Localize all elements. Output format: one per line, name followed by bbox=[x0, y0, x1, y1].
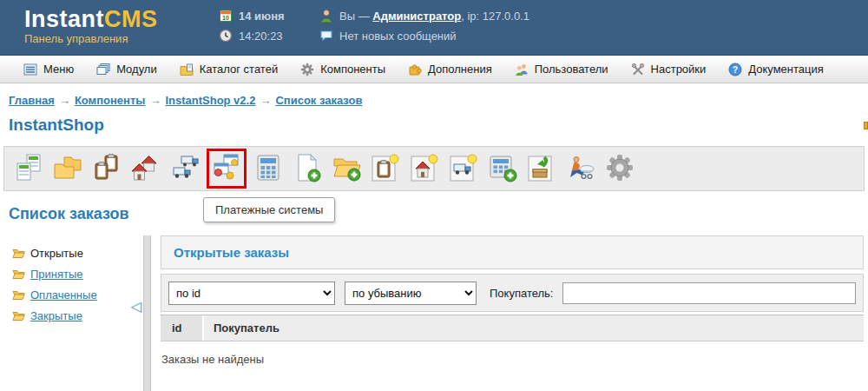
orders-table-header: id Покупатель bbox=[161, 315, 864, 341]
content-area: Открытые Принятые Оплаченные Закрытые ◁ … bbox=[0, 235, 868, 391]
folder-add-icon bbox=[331, 152, 362, 186]
go-to-shop-button[interactable] bbox=[563, 151, 598, 186]
payment-systems-icon bbox=[211, 152, 242, 186]
tools-icon bbox=[631, 63, 645, 76]
panel-toggle-icon[interactable] bbox=[864, 122, 868, 129]
messages-status[interactable]: Нет новых сообщений bbox=[339, 30, 457, 43]
sort-field-select[interactable]: по id bbox=[168, 282, 335, 305]
buyer-filter-label: Покупатель: bbox=[490, 287, 553, 300]
order-statuses-button[interactable] bbox=[89, 151, 124, 186]
delivery-button[interactable] bbox=[168, 151, 202, 186]
sidebar-item-accepted: Принятые bbox=[12, 263, 143, 284]
user-status: Вы — Администратор, ip: 127.0.0.1 bbox=[339, 10, 529, 23]
toolbar-tooltip: Платежные системы bbox=[203, 197, 335, 222]
calendar-icon: 10 bbox=[219, 9, 233, 23]
payment-systems-button[interactable] bbox=[209, 151, 244, 186]
menu-item-components[interactable]: Компоненты bbox=[289, 56, 397, 83]
menu-list-icon bbox=[23, 63, 37, 76]
breadcrumb-instantshop[interactable]: InstantShop v2.2 bbox=[165, 94, 255, 107]
breadcrumb-orders-list[interactable]: Список заказов bbox=[275, 94, 362, 107]
menu-item-catalog[interactable]: Каталог статей bbox=[168, 56, 289, 83]
current-time: 14:20:23 bbox=[239, 30, 283, 43]
menu-item-label: Меню bbox=[43, 63, 74, 76]
catalog-folder-icon bbox=[180, 63, 194, 76]
breadcrumb: Главная→Компоненты→InstantShop v2.2→Спис… bbox=[9, 94, 868, 107]
sidebar-item-closed: Закрытые bbox=[12, 305, 143, 326]
sidebar-link-paid[interactable]: Оплаченные bbox=[30, 288, 97, 302]
clock-icon bbox=[219, 29, 233, 43]
sort-direction-select[interactable]: по убыванию bbox=[345, 282, 477, 305]
page-title: InstantShop bbox=[9, 116, 868, 135]
menu-item-modules[interactable]: Модули bbox=[85, 56, 168, 83]
component-toolbar bbox=[3, 146, 865, 191]
user-profile-link[interactable]: Администратор bbox=[372, 10, 461, 23]
import-button[interactable] bbox=[524, 151, 559, 186]
logo: InstantCMS Панель управления bbox=[24, 7, 158, 45]
menu-item-docs[interactable]: ? Документация bbox=[717, 56, 835, 83]
currency-add-button[interactable] bbox=[485, 151, 520, 186]
categories-button[interactable] bbox=[50, 151, 85, 186]
shops-button[interactable] bbox=[128, 151, 163, 186]
sidebar-item-open: Открытые bbox=[12, 242, 143, 263]
truck-badge-icon bbox=[448, 152, 479, 186]
sidebar-item-label: Открытые bbox=[30, 247, 83, 260]
add-category-button[interactable] bbox=[329, 151, 364, 186]
sidebar-collapse-icon[interactable]: ◁ bbox=[131, 300, 141, 314]
buyer-filter-input[interactable] bbox=[562, 282, 856, 304]
users-icon bbox=[515, 63, 529, 76]
orders-sidebar: Открытые Принятые Оплаченные Закрытые bbox=[0, 235, 143, 391]
column-header-buyer: Покупатель bbox=[204, 321, 279, 335]
highlight-annotation bbox=[207, 149, 247, 189]
box-import-icon bbox=[526, 152, 557, 186]
clipboard-badge-icon bbox=[370, 152, 401, 186]
menu-item-label: Компоненты bbox=[320, 63, 385, 76]
main-menu-bar: Меню Модули Каталог статей Компоненты До… bbox=[0, 56, 868, 83]
menu-item-label: Настройки bbox=[651, 63, 707, 76]
orders-filter-bar: по id по убыванию Покупатель: bbox=[161, 274, 864, 312]
calculator-add-icon bbox=[487, 152, 518, 186]
breadcrumb-separator: → bbox=[149, 94, 161, 107]
documents-icon bbox=[13, 152, 44, 186]
breadcrumb-home[interactable]: Главная bbox=[9, 94, 55, 107]
settings-button[interactable] bbox=[602, 151, 637, 186]
menu-item-users[interactable]: Пользователи bbox=[503, 56, 620, 83]
column-header-id: id bbox=[161, 315, 204, 341]
message-bubble-icon bbox=[319, 29, 333, 43]
folder-icon bbox=[12, 309, 25, 321]
shop-add-button[interactable] bbox=[407, 151, 442, 186]
menu-item-label: Каталог статей bbox=[200, 63, 278, 76]
modules-icon bbox=[96, 63, 110, 76]
sidebar-link-accepted[interactable]: Принятые bbox=[30, 268, 83, 281]
folder-icon bbox=[12, 247, 25, 259]
calculator-icon bbox=[253, 152, 284, 186]
empty-orders-message: Заказы не найдены bbox=[161, 353, 864, 366]
menu-item-label: Документация bbox=[748, 63, 824, 76]
menu-item-label: Пользователи bbox=[535, 63, 608, 76]
sidebar-link-closed[interactable]: Закрытые bbox=[30, 309, 82, 322]
orders-documents-button[interactable] bbox=[11, 151, 46, 186]
breadcrumb-separator: → bbox=[260, 94, 271, 107]
breadcrumb-separator: → bbox=[59, 94, 70, 107]
menu-item-menu[interactable]: Меню bbox=[12, 56, 85, 83]
add-order-button[interactable] bbox=[290, 151, 325, 186]
menu-item-settings[interactable]: Настройки bbox=[620, 56, 718, 83]
question-icon: ? bbox=[728, 63, 742, 76]
panel-title: Открытые заказы bbox=[161, 235, 864, 269]
user-icon bbox=[319, 9, 333, 23]
sidebar-divider: ◁ bbox=[143, 235, 151, 391]
puzzle-icon bbox=[408, 63, 422, 76]
clipboards-icon bbox=[91, 152, 122, 186]
logo-subtitle: Панель управления bbox=[24, 32, 158, 45]
current-date: 14 июня bbox=[239, 10, 285, 23]
folder-icon bbox=[12, 268, 25, 280]
svg-text:?: ? bbox=[733, 64, 738, 74]
currencies-button[interactable] bbox=[251, 151, 286, 186]
order-status-add-button[interactable] bbox=[368, 151, 403, 186]
breadcrumb-components[interactable]: Компоненты bbox=[75, 94, 146, 107]
datetime-block: 10 14 июня 14:20:23 bbox=[219, 9, 285, 43]
menu-item-addons[interactable]: Дополнения bbox=[397, 56, 503, 83]
delivery-add-button[interactable] bbox=[446, 151, 481, 186]
sidebar-item-paid: Оплаченные bbox=[12, 284, 143, 305]
page-add-icon bbox=[292, 152, 323, 186]
shopping-cart-icon bbox=[565, 152, 596, 186]
